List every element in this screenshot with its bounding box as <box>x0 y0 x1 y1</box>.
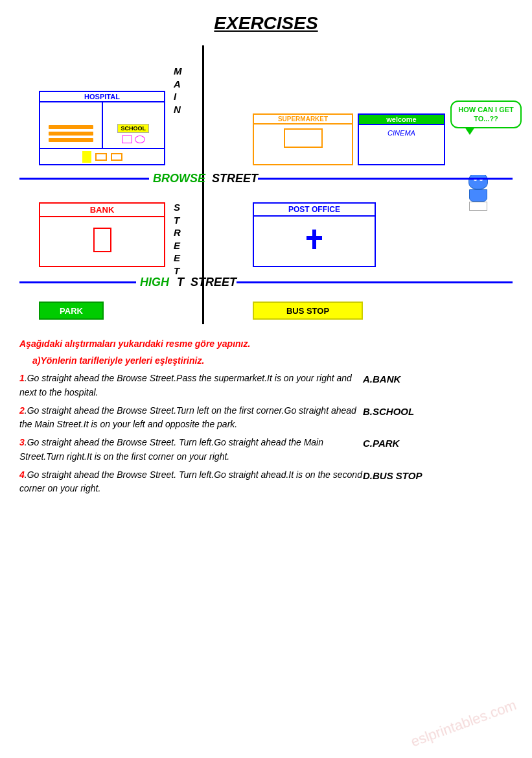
busstop-label: BUS STOP <box>286 306 329 316</box>
exercise-3-answer: C.PARK <box>363 436 513 464</box>
bank-label: BANK <box>40 204 164 217</box>
browse-street-label: STREET <box>209 172 258 185</box>
exercise-2: 2.Go straight ahead the Browse Street.Tu… <box>19 404 513 432</box>
high-t-label: T <box>173 276 188 289</box>
ex4-number: 4 <box>19 469 25 480</box>
browse-street: BROWSE STREET <box>19 172 513 185</box>
park-label: PARK <box>60 306 83 316</box>
high-street-label: STREET <box>188 276 237 289</box>
high-label: HIGH <box>136 276 173 289</box>
exercise-1-answer: A.BANK <box>363 372 513 399</box>
sub-intro: a)Yönlerin tarifleriyle yerleri eşleştir… <box>19 354 513 368</box>
main-street-label-bottom: STREET <box>174 201 181 277</box>
ex4-text: .Go straight ahead the Browse Street. Tu… <box>19 469 362 494</box>
building-bank: BANK <box>39 202 165 267</box>
building-busstop: BUS STOP <box>253 302 363 320</box>
hospital-label: HOSPITAL <box>40 92 164 102</box>
postoffice-label: POST OFFICE <box>254 204 375 217</box>
watermark: eslprintables.com <box>409 697 519 751</box>
exercise-3-left: 3.Go straight ahead the Browse Street. T… <box>19 436 363 464</box>
ex1-number: 1 <box>19 373 25 383</box>
ex2-text: .Go straight ahead the Browse Street.Tur… <box>19 405 356 430</box>
main-street-label-top: MAIN <box>174 65 182 115</box>
exercise-4: 4.Go straight ahead the Browse Street. T… <box>19 468 513 496</box>
ex3-answer-text: PARK <box>373 438 399 449</box>
building-hospital-school: HOSPITAL SCHOOL <box>39 91 165 165</box>
exercise-3: 3.Go straight ahead the Browse Street. T… <box>19 436 513 464</box>
exercise-2-left: 2.Go straight ahead the Browse Street.Tu… <box>19 404 363 432</box>
ex2-answer-text: SCHOOL <box>373 406 414 417</box>
school-label: SCHOOL <box>117 124 149 133</box>
ex1-answer-text: BANK <box>373 373 400 385</box>
speech-bubble: HOW CAN I GET TO...?? <box>450 101 522 128</box>
exercise-2-answer: B.SCHOOL <box>363 404 513 432</box>
browse-label: BROWSE <box>149 172 209 185</box>
exercise-4-left: 4.Go straight ahead the Browse Street. T… <box>19 468 363 496</box>
cinema-label: CINEMA <box>359 125 444 137</box>
cinema-welcome-label: welcome <box>359 115 444 125</box>
intro-text: Aşağıdaki alıştırmaları yukarıdaki resme… <box>19 337 513 351</box>
ex4-answer-text: BUS STOP <box>373 470 422 481</box>
exercises-section: Aşağıdaki alıştırmaları yukarıdaki resme… <box>19 337 513 496</box>
ex2-number: 2 <box>19 405 25 416</box>
building-park: PARK <box>39 302 104 320</box>
high-street: HIGH T STREET <box>19 276 513 289</box>
building-cinema: welcome CINEMA <box>358 113 445 165</box>
building-supermarket: SUPERMARKET <box>253 113 353 165</box>
ex1-text: .Go straight ahead the Browse Street.Pas… <box>19 373 352 397</box>
ex3-text: .Go straight ahead the Browse Street. Tu… <box>19 437 323 462</box>
ex3-number: 3 <box>19 437 25 447</box>
building-postoffice: POST OFFICE <box>253 202 376 267</box>
map-area: MAIN STREET HOSPITAL SCHOOL <box>19 45 513 324</box>
exercise-4-answer: D.BUS STOP <box>363 468 513 496</box>
exercise-1: 1.Go straight ahead the Browse Street.Pa… <box>19 372 513 399</box>
supermarket-label: SUPERMARKET <box>254 115 352 124</box>
exercise-1-left: 1.Go straight ahead the Browse Street.Pa… <box>19 372 363 399</box>
page-title: EXERCISES <box>19 13 513 34</box>
